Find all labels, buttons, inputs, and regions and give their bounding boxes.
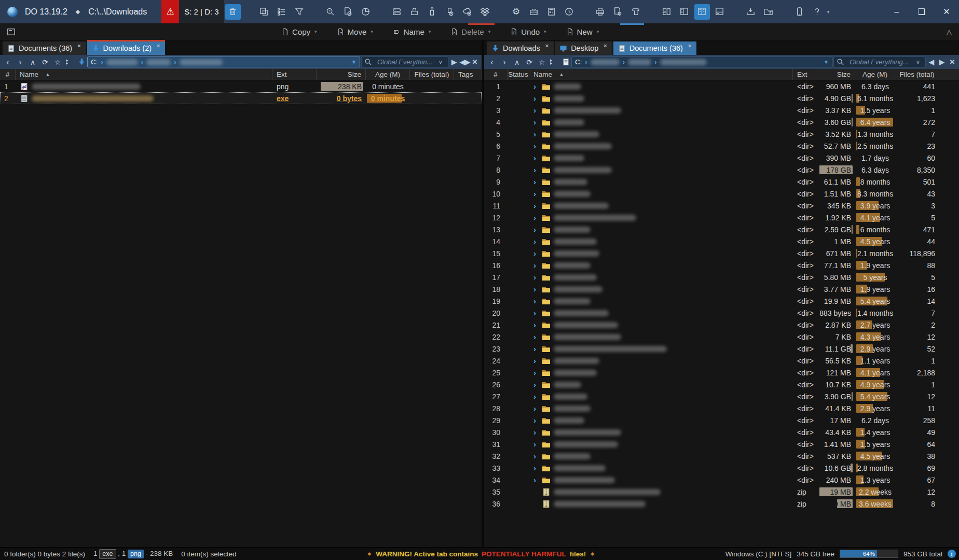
- drives-icon[interactable]: [389, 4, 405, 20]
- left-breadcrumb[interactable]: C: › › › ▼: [87, 57, 360, 67]
- expand-chevron-icon[interactable]: ›: [533, 321, 539, 329]
- expand-chevron-icon[interactable]: ›: [533, 130, 539, 138]
- maximize-button[interactable]: ❑: [910, 0, 933, 23]
- expand-chevron-icon[interactable]: ›: [533, 214, 539, 221]
- dual-pane-icon[interactable]: [694, 4, 710, 20]
- pane-swap-icon[interactable]: ▶: [937, 58, 947, 66]
- right-empty-area[interactable]: [484, 510, 959, 547]
- column-header-size[interactable]: Size: [817, 69, 855, 80]
- expand-chevron-icon[interactable]: ›: [533, 297, 539, 305]
- minimize-button[interactable]: –: [885, 0, 908, 23]
- horizontal-pane-icon[interactable]: [712, 4, 728, 20]
- pie-chart-icon[interactable]: [358, 4, 374, 20]
- folder-row[interactable]: 10›<dir>1.51 MB8.3 months43: [484, 188, 959, 200]
- folder-row[interactable]: 30›<dir>43.4 KB1.4 years49: [484, 426, 959, 438]
- expand-chevron-icon[interactable]: ›: [533, 381, 539, 388]
- favorites-star-icon[interactable]: ☆: [536, 59, 547, 66]
- pane-step-icon[interactable]: ◀: [927, 58, 936, 66]
- label-printer-icon[interactable]: [593, 4, 608, 20]
- close-tab-icon[interactable]: ✕: [545, 43, 549, 49]
- folder-row[interactable]: 24›<dir>56.5 KB1.1 years1: [484, 355, 959, 367]
- column-header-#[interactable]: #: [0, 69, 16, 80]
- path-dropdown-icon[interactable]: ▼: [351, 59, 357, 65]
- folder-row[interactable]: 32›<dir>537 KB4.5 years38: [484, 450, 959, 462]
- expand-chevron-icon[interactable]: ›: [533, 178, 539, 186]
- tab-downloads[interactable]: Downloads ✕: [487, 41, 554, 55]
- save-layout-icon[interactable]: [743, 4, 759, 20]
- close-button[interactable]: ✕: [935, 0, 958, 23]
- folder-row[interactable]: 22›<dir>7 KB4.3 years12: [484, 331, 959, 343]
- move-button[interactable]: Move▾: [334, 26, 376, 37]
- folder-row[interactable]: 2›<dir>4.90 GB6.1 months1,623: [484, 92, 959, 104]
- folder-row[interactable]: 33›<dir>10.6 GB2.8 months69: [484, 462, 959, 474]
- folder-row[interactable]: 28›<dir>41.4 KB2.9 years11: [484, 402, 959, 414]
- up-icon[interactable]: ∧: [511, 59, 523, 66]
- folder-row[interactable]: 11›<dir>345 KB3.9 years3: [484, 200, 959, 212]
- toolbar-expand-icon[interactable]: △: [947, 28, 952, 36]
- folder-row[interactable]: 12›<dir>1.92 KB4.1 years5: [484, 212, 959, 223]
- expand-chevron-icon[interactable]: ›: [533, 416, 539, 424]
- expand-chevron-icon[interactable]: ›: [533, 452, 539, 460]
- folder-row[interactable]: 9›<dir>61.1 MB8 months501: [484, 176, 959, 188]
- folder-row[interactable]: 35 zip19 MB2.2 weeks12: [484, 486, 959, 498]
- usb-eject-icon[interactable]: [442, 4, 458, 20]
- pane-close-icon[interactable]: ✕: [470, 58, 480, 66]
- folder-tree-icon[interactable]: [549, 58, 560, 66]
- script-icon[interactable]: [628, 4, 643, 20]
- expand-chevron-icon[interactable]: ›: [533, 440, 539, 448]
- column-header-tags[interactable]: Tags: [454, 69, 482, 80]
- up-icon[interactable]: ∧: [27, 59, 38, 66]
- folder-row[interactable]: 1›<dir>960 MB6.3 days441: [484, 80, 959, 92]
- right-breadcrumb[interactable]: C: › › › ▼: [571, 57, 832, 67]
- close-tab-icon[interactable]: ✕: [156, 43, 160, 49]
- rename-button[interactable]: Name▾: [390, 26, 434, 37]
- column-header-status[interactable]: Status: [508, 69, 529, 80]
- search-caret-icon[interactable]: ˅: [913, 59, 923, 65]
- expand-chevron-icon[interactable]: ›: [533, 154, 539, 162]
- folder-row[interactable]: 29›<dir>17 MB6.2 days258: [484, 414, 959, 426]
- folder-row[interactable]: 8›<dir>178 GB6.3 days8,350: [484, 164, 959, 176]
- expand-chevron-icon[interactable]: ›: [533, 142, 539, 150]
- expand-chevron-icon[interactable]: ›: [533, 333, 539, 341]
- column-header-age-m-[interactable]: Age (M): [855, 69, 895, 80]
- file-settings-icon[interactable]: [610, 4, 626, 20]
- folder-row[interactable]: 13›<dir>2.59 GB6 months471: [484, 223, 959, 235]
- mobile-device-icon[interactable]: [792, 4, 807, 20]
- back-icon[interactable]: ‹: [486, 58, 498, 66]
- file-search-icon[interactable]: [340, 4, 356, 20]
- expand-chevron-icon[interactable]: ›: [533, 94, 539, 102]
- back-icon[interactable]: ‹: [2, 58, 13, 66]
- search-caret-icon[interactable]: ˅: [436, 59, 445, 65]
- expand-chevron-icon[interactable]: ›: [533, 118, 539, 126]
- tab-documents[interactable]: Documents (36) ✕: [3, 41, 86, 55]
- folder-row[interactable]: 26›<dir>10.7 KB4.9 years1: [484, 379, 959, 390]
- file-row[interactable]: 1png238 KB0 minutes: [0, 80, 482, 92]
- column-header-name[interactable]: Name▲: [16, 69, 272, 80]
- folder-row[interactable]: 20›<dir>883 bytes1.4 months7: [484, 307, 959, 319]
- column-header-#[interactable]: #: [484, 69, 508, 80]
- folder-row[interactable]: 19›<dir>19.9 MB5.4 years14: [484, 295, 959, 307]
- history-icon[interactable]: [561, 4, 577, 20]
- folder-row[interactable]: 17›<dir>5.80 MB5 years5: [484, 271, 959, 283]
- duplicate-window-icon[interactable]: [256, 4, 272, 20]
- pane-close-icon[interactable]: ✕: [948, 58, 957, 66]
- expand-chevron-icon[interactable]: ›: [533, 285, 539, 293]
- expand-chevron-icon[interactable]: ›: [533, 393, 539, 400]
- folder-row[interactable]: 4›<dir>3.60 GB6.4 years272: [484, 116, 959, 128]
- expand-chevron-icon[interactable]: ›: [533, 404, 539, 412]
- folder-format-icon[interactable]: [761, 4, 776, 20]
- column-header-ext[interactable]: Ext: [272, 69, 317, 80]
- forward-icon[interactable]: ›: [15, 58, 26, 66]
- column-header-files-total-[interactable]: Files (total): [410, 69, 454, 80]
- close-tab-icon[interactable]: ✕: [77, 43, 81, 49]
- filter-icon[interactable]: [292, 4, 307, 20]
- folder-row[interactable]: 3›<dir>3.37 KB1.5 years1: [484, 104, 959, 116]
- expand-chevron-icon[interactable]: ›: [533, 166, 539, 174]
- trash-icon[interactable]: [225, 4, 241, 20]
- expand-chevron-icon[interactable]: ›: [533, 190, 539, 198]
- expand-chevron-icon[interactable]: ›: [533, 369, 539, 376]
- left-search-box[interactable]: ˅: [361, 57, 448, 67]
- column-header-age-m-[interactable]: Age (M): [366, 69, 410, 80]
- layout-tiles-icon[interactable]: [659, 4, 675, 20]
- column-header-ext[interactable]: Ext: [793, 69, 817, 80]
